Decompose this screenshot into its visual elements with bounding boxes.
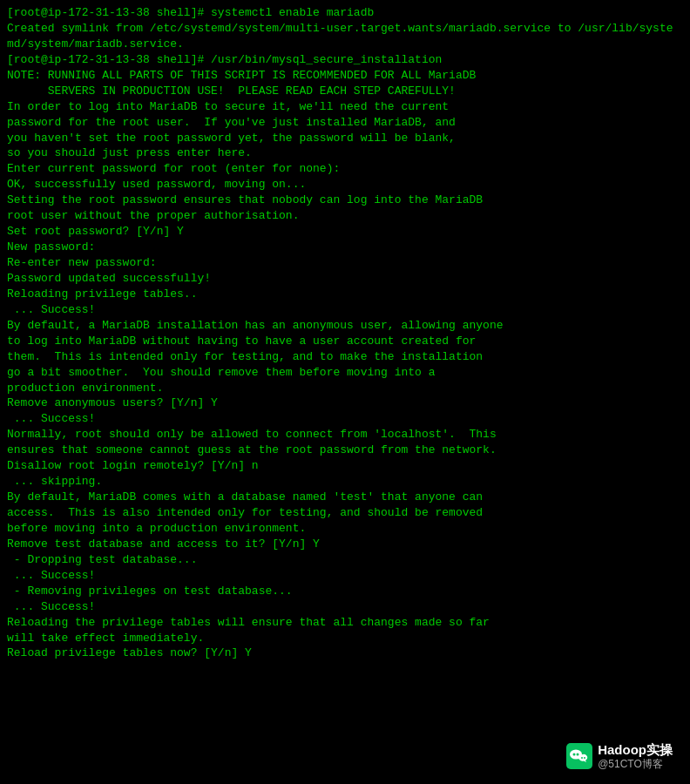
terminal-line: Re-enter new password:	[7, 255, 683, 271]
terminal-line: ... Success!	[7, 302, 683, 318]
terminal-line: access. This is also intended only for t…	[7, 505, 683, 521]
terminal-line: Set root password? [Y/n] Y	[7, 224, 683, 240]
terminal-line: [root@ip-172-31-13-38 shell]# systemctl …	[7, 5, 683, 21]
terminal-line: In order to log into MariaDB to secure i…	[7, 99, 683, 115]
terminal-line: root user without the proper authorisati…	[7, 208, 683, 224]
terminal-line: to log into MariaDB without having to ha…	[7, 334, 683, 349]
terminal-line: you haven't set the root password yet, t…	[7, 131, 683, 146]
terminal-content: [root@ip-172-31-13-38 shell]# systemctl …	[7, 5, 683, 661]
terminal-line: Password updated successfully!	[7, 271, 683, 287]
terminal-line: Reloading the privilege tables will ensu…	[7, 615, 683, 631]
terminal-line: Created symlink from /etc/systemd/system…	[7, 21, 683, 37]
terminal-line: OK, successfully used password, moving o…	[7, 177, 683, 193]
terminal-line: them. This is intended only for testing,…	[7, 349, 683, 365]
terminal-line: [root@ip-172-31-13-38 shell]# /usr/bin/m…	[7, 52, 683, 68]
terminal-line: before moving into a production environm…	[7, 521, 683, 537]
terminal-line: SERVERS IN PRODUCTION USE! PLEASE READ E…	[7, 84, 683, 99]
terminal-line: ensures that someone cannot guess at the…	[7, 443, 683, 458]
terminal-line: ... Success!	[7, 599, 683, 615]
terminal-line: Normally, root should only be allowed to…	[7, 427, 683, 443]
svg-point-4	[581, 757, 583, 759]
terminal-line: - Dropping test database...	[7, 552, 683, 568]
terminal-line: so you should just press enter here.	[7, 145, 683, 161]
terminal-line: will take effect immediately.	[7, 631, 683, 646]
watermark-subtitle: @51CTO博客	[598, 758, 663, 770]
terminal-line: New password:	[7, 240, 683, 255]
terminal-line: Setting the root password ensures that n…	[7, 193, 683, 208]
terminal-line: NOTE: RUNNING ALL PARTS OF THIS SCRIPT I…	[7, 68, 683, 84]
terminal-line: By default, a MariaDB installation has a…	[7, 318, 683, 334]
terminal-line: Remove anonymous users? [Y/n] Y	[7, 395, 683, 411]
svg-point-2	[573, 753, 576, 755]
terminal-line: ... skipping.	[7, 474, 683, 490]
terminal-line: - Removing privileges on test database..…	[7, 584, 683, 599]
terminal-line: production environment.	[7, 381, 683, 396]
svg-point-3	[577, 753, 579, 755]
svg-point-5	[584, 757, 585, 759]
watermark: Hadoop实操 @51CTO博客	[559, 737, 681, 775]
terminal-line: By default, MariaDB comes with a databas…	[7, 490, 683, 505]
terminal-line: md/system/mariadb.service.	[7, 37, 683, 52]
watermark-text: Hadoop实操 @51CTO博客	[598, 742, 673, 770]
terminal-line: Disallow root login remotely? [Y/n] n	[7, 458, 683, 474]
terminal-line: Enter current password for root (enter f…	[7, 161, 683, 177]
terminal-window: [root@ip-172-31-13-38 shell]# systemctl …	[0, 0, 690, 784]
terminal-line: Remove test database and access to it? […	[7, 537, 683, 552]
terminal-line: ... Success!	[7, 411, 683, 427]
terminal-line: ... Success!	[7, 568, 683, 584]
terminal-line: Reload privilege tables now? [Y/n] Y	[7, 645, 683, 661]
wechat-icon	[566, 743, 592, 769]
terminal-line: password for the root user. If you've ju…	[7, 115, 683, 131]
watermark-title: Hadoop实操	[598, 742, 673, 758]
terminal-line: go a bit smoother. You should remove the…	[7, 365, 683, 381]
terminal-line: Reloading privilege tables..	[7, 287, 683, 302]
